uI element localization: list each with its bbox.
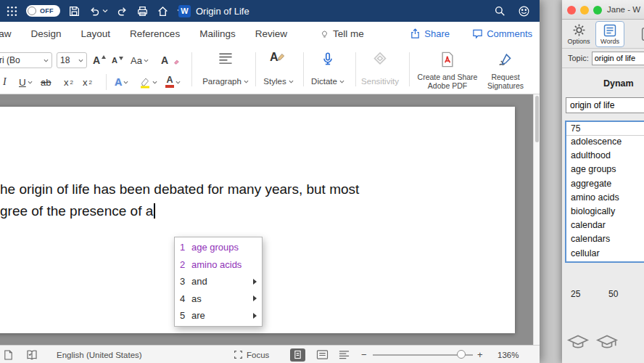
word-list-item[interactable]: adulthood xyxy=(566,150,644,163)
proofing-book-icon[interactable] xyxy=(26,349,38,361)
font-color-button[interactable]: A xyxy=(165,74,181,90)
tell-me-label: Tell me xyxy=(333,28,364,39)
share-icon xyxy=(410,28,421,39)
request-signatures-button[interactable]: Request Signatures xyxy=(473,73,538,90)
options-button[interactable]: Options xyxy=(565,21,593,47)
level-cap-icon-1[interactable] xyxy=(566,333,590,351)
text-effects-button[interactable]: A xyxy=(115,74,128,90)
subscript-button[interactable]: x2 xyxy=(64,74,73,90)
level-cap-icon-2[interactable] xyxy=(595,333,619,351)
autosave-toggle[interactable]: OFF xyxy=(26,5,60,17)
close-traffic-light[interactable] xyxy=(567,6,576,15)
topic-search-input[interactable] xyxy=(566,97,644,113)
request-signatures-icon[interactable] xyxy=(498,51,513,68)
word-list-item[interactable]: biologically xyxy=(566,205,644,219)
prediction-number: 3 xyxy=(180,276,186,287)
clear-formatting-button[interactable]: A xyxy=(161,52,179,68)
highlight-color-button[interactable] xyxy=(139,74,157,90)
vertical-scrollbar[interactable] xyxy=(533,94,540,345)
toolbar-button-partial[interactable] xyxy=(637,21,644,47)
autosave-label: OFF xyxy=(40,7,54,15)
dictate-mic-icon[interactable] xyxy=(321,51,335,68)
zoom-in-button[interactable]: + xyxy=(477,346,483,363)
tell-me-button[interactable]: Tell me xyxy=(320,28,364,39)
redo-icon[interactable] xyxy=(116,5,128,17)
styles-menu[interactable]: Styles xyxy=(260,77,297,86)
prediction-item-4[interactable]: 4 as xyxy=(175,290,262,308)
scrollbar-thumb[interactable] xyxy=(535,96,539,142)
prediction-item-3[interactable]: 3 and xyxy=(175,273,262,290)
word-list-item[interactable]: cellular xyxy=(566,248,644,261)
tab-mailings[interactable]: Mailings xyxy=(199,28,236,39)
prediction-item-5[interactable]: 5 are xyxy=(175,307,262,325)
undo-dropdown-icon[interactable] xyxy=(102,9,108,13)
word-listbox[interactable]: 75 adolescence adulthood age groups aggr… xyxy=(565,121,644,263)
paragraph-menu[interactable]: Paragraph xyxy=(200,77,251,86)
zoom-slider-knob[interactable] xyxy=(457,350,466,359)
italic-button[interactable]: I xyxy=(3,74,7,90)
strikethrough-button[interactable]: ab xyxy=(41,74,51,90)
feedback-smiley-icon[interactable] xyxy=(518,5,530,17)
word-titlebar: OFF W Origin of Li xyxy=(0,0,540,22)
page-status-icon[interactable] xyxy=(3,349,14,361)
pencil-icon xyxy=(277,53,285,61)
tab-draw[interactable]: Draw xyxy=(0,28,12,39)
comment-icon xyxy=(472,28,483,39)
print-icon[interactable] xyxy=(136,5,149,17)
word-list-item[interactable]: adolescence xyxy=(566,136,644,150)
app-grid-icon[interactable] xyxy=(6,5,18,17)
focus-icon xyxy=(234,350,243,359)
shrink-font-button[interactable]: A xyxy=(112,52,123,68)
tab-layout[interactable]: Layout xyxy=(81,28,111,39)
zoom-level[interactable]: 136% xyxy=(498,346,519,363)
zoom-traffic-light[interactable] xyxy=(593,6,602,15)
underline-button[interactable]: U xyxy=(19,74,33,90)
word-list-item[interactable]: amino acids xyxy=(566,192,644,205)
autosave-knob xyxy=(28,7,36,15)
change-case-button[interactable]: Aa xyxy=(131,52,149,68)
word-prediction-panel-window: Jane - W Options Words xyxy=(562,0,644,363)
chevron-down-icon xyxy=(176,81,181,84)
document-text-line-2[interactable]: gree of the presence of a xyxy=(0,203,155,219)
share-button[interactable]: Share xyxy=(410,22,450,45)
tab-review[interactable]: Review xyxy=(255,28,287,39)
word-list-item[interactable]: calendar xyxy=(566,219,644,233)
shrink-arrow-icon xyxy=(119,57,123,60)
word-list-item[interactable]: calendars xyxy=(566,233,644,247)
zoom-out-button[interactable]: − xyxy=(361,346,367,363)
font-size-combo[interactable]: 18 xyxy=(57,52,87,68)
minimize-traffic-light[interactable] xyxy=(580,6,589,15)
divider xyxy=(255,52,256,86)
focus-toggle[interactable]: Focus xyxy=(234,346,269,363)
words-button[interactable]: Words xyxy=(595,21,624,47)
draft-view-button[interactable] xyxy=(338,349,350,362)
paragraph-icon[interactable] xyxy=(218,51,234,67)
prediction-item-2[interactable]: 2 amino acids xyxy=(175,256,262,274)
styles-icon[interactable]: A xyxy=(270,51,285,64)
adobe-pdf-icon[interactable] xyxy=(439,51,455,68)
prediction-item-1[interactable]: 1 age groups xyxy=(175,239,262,256)
tab-references[interactable]: References xyxy=(130,28,180,39)
font-name-combo[interactable]: ri (Bo xyxy=(0,52,52,68)
superscript-button[interactable]: x2 xyxy=(83,74,92,90)
panel-toolbar: Options Words xyxy=(562,20,644,49)
dictate-menu[interactable]: Dictate xyxy=(307,77,348,86)
comments-button[interactable]: Comments xyxy=(472,22,532,45)
document-text-line-1[interactable]: he origin of life has been debated for m… xyxy=(0,182,359,197)
grow-font-button[interactable]: A xyxy=(93,52,106,68)
print-layout-view-button[interactable] xyxy=(290,348,305,362)
web-layout-view-button[interactable] xyxy=(316,349,329,362)
topic-input[interactable] xyxy=(592,52,644,65)
language-status[interactable]: English (United States) xyxy=(57,346,142,363)
home-icon[interactable] xyxy=(157,5,169,17)
word-list-item[interactable]: age groups xyxy=(566,163,644,177)
chevron-down-icon xyxy=(144,59,149,62)
search-icon[interactable] xyxy=(494,5,506,17)
tab-design[interactable]: Design xyxy=(31,28,62,39)
save-icon[interactable] xyxy=(68,5,80,17)
draft-view-icon xyxy=(338,349,350,360)
undo-icon[interactable] xyxy=(88,5,101,17)
word-list-item[interactable]: aggregate xyxy=(566,178,644,192)
sensitivity-icon xyxy=(373,51,387,67)
word-prediction-popup: 1 age groups 2 amino acids 3 and 4 as xyxy=(174,237,263,327)
